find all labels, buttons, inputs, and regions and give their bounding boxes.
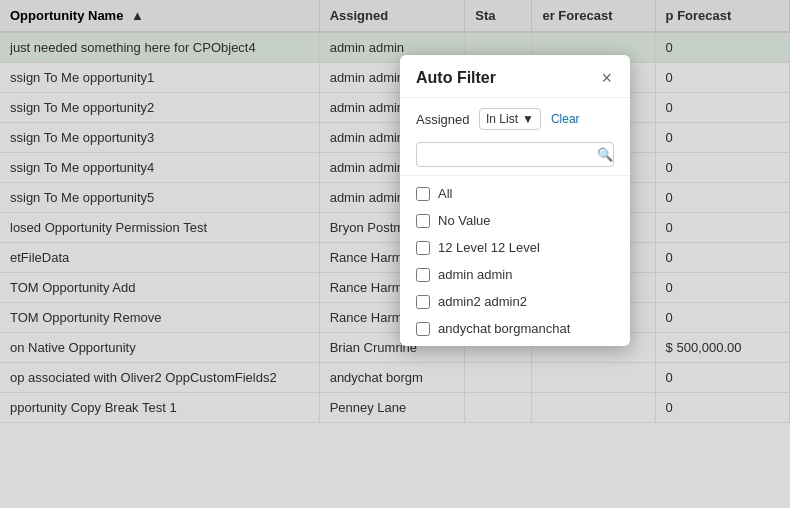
option-checkbox[interactable] bbox=[416, 241, 430, 255]
option-item[interactable]: admin admin bbox=[400, 261, 630, 288]
option-label: 12 Level 12 Level bbox=[438, 240, 540, 255]
option-label: No Value bbox=[438, 213, 491, 228]
filter-label: Assigned bbox=[416, 112, 471, 127]
option-item[interactable]: 12 Level 12 Level bbox=[400, 234, 630, 261]
option-item[interactable]: admin2 admin2 bbox=[400, 288, 630, 315]
chevron-down-icon: ▼ bbox=[522, 112, 534, 126]
clear-button[interactable]: Clear bbox=[551, 112, 580, 126]
option-label: andychat borgmanchat bbox=[438, 321, 570, 336]
modal-title: Auto Filter bbox=[416, 69, 496, 87]
modal-overlay[interactable]: Auto Filter × Assigned In List ▼ Clear 🔍… bbox=[0, 0, 790, 508]
search-box: 🔍 bbox=[416, 142, 614, 167]
option-item[interactable]: andychat borgmanchat bbox=[400, 315, 630, 342]
option-label: admin admin bbox=[438, 267, 512, 282]
modal-header: Auto Filter × bbox=[400, 55, 630, 98]
option-checkbox[interactable] bbox=[416, 187, 430, 201]
option-checkbox[interactable] bbox=[416, 322, 430, 336]
search-input[interactable] bbox=[425, 147, 593, 162]
option-label: All bbox=[438, 186, 452, 201]
options-list[interactable]: AllNo Value12 Level 12 Leveladmin admina… bbox=[400, 175, 630, 346]
filter-row: Assigned In List ▼ Clear bbox=[400, 98, 630, 138]
option-item[interactable]: No Value bbox=[400, 207, 630, 234]
search-icon: 🔍 bbox=[597, 147, 613, 162]
modal-close-button[interactable]: × bbox=[599, 69, 614, 87]
option-checkbox[interactable] bbox=[416, 214, 430, 228]
option-label: admin2 admin2 bbox=[438, 294, 527, 309]
search-row: 🔍 bbox=[400, 138, 630, 175]
option-checkbox[interactable] bbox=[416, 295, 430, 309]
option-checkbox[interactable] bbox=[416, 268, 430, 282]
operator-select[interactable]: In List ▼ bbox=[479, 108, 541, 130]
auto-filter-modal: Auto Filter × Assigned In List ▼ Clear 🔍… bbox=[400, 55, 630, 346]
option-item[interactable]: All bbox=[400, 180, 630, 207]
